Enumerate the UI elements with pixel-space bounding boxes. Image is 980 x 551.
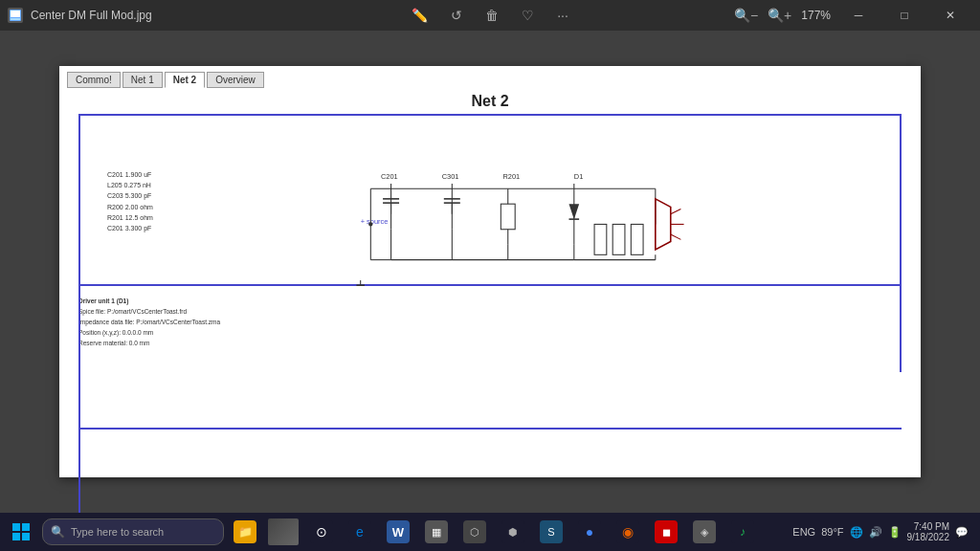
taskbar-app4[interactable]: S xyxy=(534,513,568,551)
left-border xyxy=(78,114,80,525)
window-title: Center DM Full Mod.jpg xyxy=(31,9,152,22)
svg-rect-34 xyxy=(594,224,607,254)
maximize-button[interactable]: □ xyxy=(882,0,926,31)
favorite-icon[interactable]: ♡ xyxy=(518,4,538,27)
start-button[interactable] xyxy=(4,513,38,551)
taskbar-music[interactable]: ♪ xyxy=(725,513,760,551)
svg-marker-21 xyxy=(569,204,580,219)
bottom-border xyxy=(78,428,902,430)
svg-rect-17 xyxy=(501,204,515,230)
svg-text:C201: C201 xyxy=(381,172,398,181)
taskbar-app2[interactable]: ⬡ xyxy=(457,513,492,551)
time: 7:40 PM xyxy=(914,521,949,532)
battery-icon[interactable]: 🔋 xyxy=(888,526,902,539)
titlebar: Center DM Full Mod.jpg ✏️ ↺ 🗑 ♡ ··· 🔍− 🔍… xyxy=(0,0,980,31)
component-item: L205 0.275 nH xyxy=(107,180,153,190)
system-tray: ENG 89°F 🌐 🔊 🔋 7:40 PM 9/18/2022 💬 xyxy=(792,521,976,542)
date: 9/18/2022 xyxy=(907,532,950,542)
zoom-level: 177% xyxy=(797,5,835,26)
taskbar-cortana[interactable]: ⊙ xyxy=(304,513,339,551)
tab-net1[interactable]: Net 1 xyxy=(122,72,163,88)
svg-line-42 xyxy=(671,209,681,214)
taskbar-word[interactable]: W xyxy=(381,513,415,551)
taskbar-thumbnail[interactable] xyxy=(266,513,301,551)
tab-commol[interactable]: Commo! xyxy=(67,72,121,88)
svg-rect-35 xyxy=(612,224,625,254)
sound-icon[interactable]: 🔊 xyxy=(869,526,882,539)
zoom-out-icon[interactable]: 🔍− xyxy=(730,4,762,27)
window-controls: 🔍− 🔍+ 177% ─ □ ✕ xyxy=(730,0,972,31)
taskbar: 🔍 Type here to search 📁 ⊙ e W ▦ ⬡ xyxy=(0,513,980,551)
zoom-in-icon[interactable]: 🔍+ xyxy=(764,4,795,27)
temperature: 89°F xyxy=(821,526,843,538)
taskbar-chrome[interactable]: ● xyxy=(572,513,607,551)
search-icon: 🔍 xyxy=(51,525,65,539)
clock[interactable]: 7:40 PM 9/18/2022 xyxy=(907,521,950,542)
taskbar-app6[interactable]: ◈ xyxy=(687,513,722,551)
language-icon: ENG xyxy=(792,526,815,538)
more-icon[interactable]: ··· xyxy=(553,4,572,27)
info-impedance: Impedance data file: P:/omart/VCsCenterT… xyxy=(78,317,220,327)
document-viewer: Commo! Net 1 Net 2 Overview Net 2 C201 1… xyxy=(59,66,921,477)
component-item: C201 1.900 uF xyxy=(107,169,153,180)
component-item: R201 12.5 ohm xyxy=(107,212,153,223)
taskbar-app5[interactable]: ◼ xyxy=(649,513,683,551)
svg-rect-45 xyxy=(12,523,20,531)
svg-rect-48 xyxy=(22,533,30,540)
svg-text:D1: D1 xyxy=(574,172,584,181)
taskbar-app3[interactable]: ⬢ xyxy=(496,513,530,551)
component-item: C203 5.300 pF xyxy=(107,190,153,201)
tab-bar: Commo! Net 1 Net 2 Overview xyxy=(67,72,264,88)
svg-text:+ source: + source xyxy=(361,217,389,226)
component-list: C201 1.900 uF L205 0.275 nH C203 5.300 p… xyxy=(107,169,153,233)
notification-icon[interactable]: 💬 xyxy=(955,526,969,539)
info-reserve: Reserve material: 0.0 mm xyxy=(78,338,220,348)
info-driver: Driver unit 1 (D1) xyxy=(78,296,220,306)
rotate-icon[interactable]: ↺ xyxy=(447,4,466,27)
search-bar[interactable]: 🔍 Type here to search xyxy=(42,518,224,545)
app-icon xyxy=(8,8,23,23)
svg-rect-47 xyxy=(12,533,20,540)
svg-rect-46 xyxy=(22,523,30,531)
info-spice: Spice file: P:/omart/VCsCenterToast.frd xyxy=(78,306,220,317)
svg-text:C301: C301 xyxy=(442,172,459,181)
svg-rect-2 xyxy=(11,18,20,20)
svg-rect-36 xyxy=(631,224,643,254)
main-content: Commo! Net 1 Net 2 Overview Net 2 C201 1… xyxy=(0,31,980,513)
tab-overview[interactable]: Overview xyxy=(207,72,264,88)
taskbar-file-explorer[interactable]: 📁 xyxy=(228,513,262,551)
close-button[interactable]: ✕ xyxy=(928,0,972,31)
schematic-border: C201 1.900 uF L205 0.275 nH C203 5.300 p… xyxy=(78,114,902,286)
taskbar-app1[interactable]: ▦ xyxy=(419,513,454,551)
info-position: Position (x,y,z): 0.0.0.0 mm xyxy=(78,327,220,338)
schematic-diagram: C201 C301 R201 + source xyxy=(186,168,871,331)
titlebar-toolbar: ✏️ ↺ 🗑 ♡ ··· xyxy=(408,4,572,27)
svg-point-31 xyxy=(368,222,372,226)
svg-text:R201: R201 xyxy=(502,172,520,181)
svg-line-44 xyxy=(671,234,681,239)
minimize-button[interactable]: ─ xyxy=(836,0,880,31)
right-border xyxy=(900,114,902,372)
info-box: Driver unit 1 (D1) Spice file: P:/omart/… xyxy=(78,296,220,348)
top-border xyxy=(78,114,902,116)
tab-net2[interactable]: Net 2 xyxy=(165,72,205,88)
titlebar-left: Center DM Full Mod.jpg xyxy=(8,8,152,23)
delete-icon[interactable]: 🗑 xyxy=(481,4,502,27)
svg-marker-41 xyxy=(656,199,671,250)
taskbar-edge[interactable]: e xyxy=(343,513,377,551)
component-item: R200 2.00 ohm xyxy=(107,202,153,212)
svg-rect-1 xyxy=(11,11,20,17)
annotate-icon[interactable]: ✏️ xyxy=(408,4,432,27)
component-item: C201 3.300 pF xyxy=(107,223,153,233)
network-icon[interactable]: 🌐 xyxy=(850,526,863,539)
taskbar-firefox[interactable]: ◉ xyxy=(611,513,645,551)
search-placeholder: Type here to search xyxy=(71,526,164,538)
